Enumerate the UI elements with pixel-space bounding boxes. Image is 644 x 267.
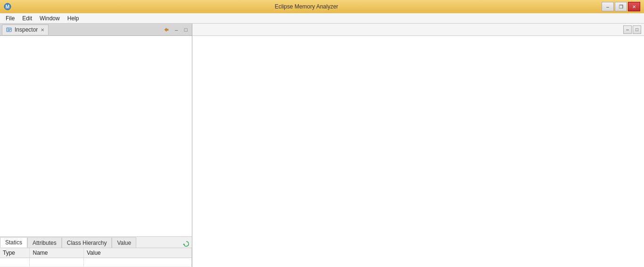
inspector-tab-label: Inspector bbox=[15, 26, 38, 33]
menu-file[interactable]: File bbox=[2, 14, 18, 23]
svg-rect-5 bbox=[8, 30, 10, 31]
right-panel-maximize-btn[interactable]: □ bbox=[633, 25, 641, 34]
right-panel-content bbox=[192, 36, 644, 267]
cell-value bbox=[83, 258, 191, 267]
navigate-icon bbox=[164, 26, 170, 33]
minimize-button[interactable]: – bbox=[602, 2, 614, 11]
bottom-tab-bar: Statics Attributes Class Hierarchy Value bbox=[0, 237, 192, 248]
table-area: Type Name Value bbox=[0, 248, 192, 267]
inspector-tab[interactable]: Inspector ✕ bbox=[2, 25, 49, 35]
svg-marker-6 bbox=[165, 28, 168, 32]
inspector-tab-actions: – □ bbox=[163, 25, 190, 34]
inspector-maximize-btn[interactable]: □ bbox=[182, 25, 190, 34]
refresh-btn[interactable] bbox=[182, 240, 190, 248]
col-header-value: Value bbox=[83, 248, 191, 258]
table-body bbox=[0, 258, 192, 267]
menu-bar: File Edit Window Help bbox=[0, 13, 644, 24]
bottom-tabs-area: Statics Attributes Class Hierarchy Value bbox=[0, 236, 192, 267]
tab-statics[interactable]: Statics bbox=[0, 237, 27, 248]
main-layout: Inspector ✕ – □ Statics Attributes Class… bbox=[0, 24, 644, 267]
tab-value[interactable]: Value bbox=[112, 237, 136, 248]
bottom-tab-actions bbox=[182, 240, 192, 248]
data-table: Type Name Value bbox=[0, 248, 192, 267]
cell-type bbox=[0, 258, 30, 267]
menu-window[interactable]: Window bbox=[36, 14, 64, 23]
app-title: Eclipse Memory Analyzer bbox=[11, 3, 602, 10]
refresh-icon bbox=[183, 241, 190, 247]
svg-text:M: M bbox=[6, 4, 9, 9]
right-panel-minimize-btn[interactable]: – bbox=[623, 25, 632, 34]
svg-marker-7 bbox=[183, 243, 185, 245]
title-bar-controls: – ❐ ✕ bbox=[602, 2, 640, 11]
tab-attributes[interactable]: Attributes bbox=[27, 237, 62, 248]
menu-edit[interactable]: Edit bbox=[18, 14, 36, 23]
inspector-tab-icon bbox=[6, 26, 13, 33]
inspector-icon bbox=[6, 26, 13, 33]
inspector-content-area bbox=[0, 36, 192, 236]
inspector-minimize-btn[interactable]: – bbox=[172, 25, 181, 34]
inspector-tab-bar: Inspector ✕ – □ bbox=[0, 24, 192, 36]
title-bar: M Eclipse Memory Analyzer – ❐ ✕ bbox=[0, 0, 644, 13]
inspector-navigate-btn[interactable] bbox=[163, 25, 171, 34]
restore-button[interactable]: ❐ bbox=[615, 2, 627, 11]
svg-rect-4 bbox=[8, 29, 11, 30]
right-panel-tab-bar: – □ bbox=[192, 24, 644, 36]
close-button[interactable]: ✕ bbox=[628, 2, 640, 11]
col-header-type: Type bbox=[0, 248, 30, 258]
title-bar-left: M bbox=[4, 3, 11, 10]
cell-name bbox=[30, 258, 84, 267]
right-panel: – □ bbox=[192, 24, 644, 267]
col-header-name: Name bbox=[30, 248, 84, 258]
tab-class-hierarchy[interactable]: Class Hierarchy bbox=[62, 237, 112, 248]
svg-rect-2 bbox=[7, 28, 11, 32]
left-panel: Inspector ✕ – □ Statics Attributes Class… bbox=[0, 24, 192, 267]
inspector-tab-close[interactable]: ✕ bbox=[41, 27, 44, 33]
table-row bbox=[0, 258, 192, 267]
app-icon: M bbox=[4, 3, 11, 10]
menu-help[interactable]: Help bbox=[64, 14, 83, 23]
